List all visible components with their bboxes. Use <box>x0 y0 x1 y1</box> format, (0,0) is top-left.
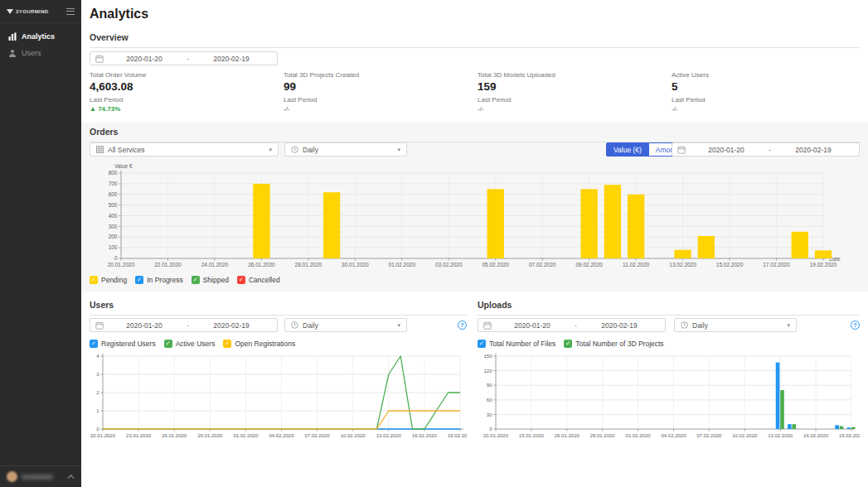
chevron-down-icon <box>397 147 400 153</box>
svg-text:3: 3 <box>96 372 99 377</box>
chevron-down-icon <box>269 147 272 153</box>
stat-total-order-volume: Total Order Volume 4,603.08 Last Period … <box>90 71 272 113</box>
uploads-legend: Total Number of Files Total Number of 3D… <box>478 340 664 348</box>
date-end: 2020-02-19 <box>773 146 854 154</box>
svg-text:03.02.2020: 03.02.2020 <box>435 262 463 268</box>
date-end: 2020-02-19 <box>191 321 272 330</box>
svg-text:500: 500 <box>109 202 118 208</box>
stat-active-users: Active Users 5 Last Period -/- <box>672 71 854 113</box>
svg-text:11.02.2020: 11.02.2020 <box>623 262 649 268</box>
users-chart: 0123420.01.202023.01.202026.01.202029.01… <box>90 350 467 442</box>
orders-section: Orders All Services Daily Value (€) Amou… <box>81 123 868 292</box>
uploads-heading: Uploads <box>478 300 860 316</box>
stat-value: 99 <box>284 80 466 93</box>
orders-chart: 010020030040050060070080020.01.202022.01… <box>90 162 860 273</box>
value-toggle-button[interactable]: Value (€) <box>606 142 649 157</box>
legend-checkbox-open-registrations[interactable]: Open Registrations <box>223 340 295 348</box>
svg-text:23.01.2020: 23.01.2020 <box>126 433 152 438</box>
avatar[interactable] <box>7 471 17 482</box>
svg-text:150: 150 <box>483 354 492 359</box>
svg-text:1: 1 <box>96 408 99 413</box>
svg-text:20.01.2020: 20.01.2020 <box>90 433 116 438</box>
svg-text:29.01.2020: 29.01.2020 <box>590 433 616 438</box>
sidebar-item-analytics[interactable]: Analytics <box>0 28 81 45</box>
uploads-section: Uploads 2020-01-20 - 2020-02-19 Daily <box>478 300 860 316</box>
svg-text:24.01.2020: 24.01.2020 <box>201 262 229 268</box>
svg-text:200: 200 <box>109 234 118 239</box>
uploads-interval-select[interactable]: Daily <box>674 318 797 332</box>
chevron-up-icon[interactable] <box>67 475 74 481</box>
svg-text:19.02.2020: 19.02.2020 <box>448 433 467 438</box>
date-separator: - <box>185 55 191 63</box>
users-heading: Users <box>90 300 467 316</box>
user-name-redacted <box>22 475 53 480</box>
legend-checkbox-in-progress[interactable]: In Progress <box>135 276 182 284</box>
orders-interval-select[interactable]: Daily <box>284 142 407 157</box>
svg-text:30.01.2020: 30.01.2020 <box>342 262 369 268</box>
uploads-date-range-input[interactable]: 2020-01-20 - 2020-02-19 <box>478 318 666 332</box>
calendar-icon <box>95 321 104 330</box>
stat-label: Active Users <box>672 71 854 79</box>
calendar-icon <box>677 146 686 154</box>
date-start: 2020-01-20 <box>104 321 185 330</box>
stat-value: 5 <box>672 80 854 93</box>
sidebar: 3YOURMIND Analytics Users <box>0 0 81 487</box>
uploads-chart: 030609012015020.01.202023.01.202026.01.2… <box>478 350 860 442</box>
svg-text:600: 600 <box>109 191 118 197</box>
legend-checkbox-cancelled[interactable]: Cancelled <box>237 276 280 284</box>
svg-text:4: 4 <box>96 354 99 359</box>
legend-checkbox-active-users[interactable]: Active Users <box>164 340 216 348</box>
info-icon[interactable] <box>458 321 467 330</box>
svg-text:22.01.2020: 22.01.2020 <box>154 262 182 268</box>
legend-checkbox-total-files[interactable]: Total Number of Files <box>478 340 555 348</box>
stat-change: ▲ 74.73% <box>90 105 272 113</box>
stat-label: Total 3D Projects Created <box>284 71 466 79</box>
sidebar-item-users[interactable]: Users <box>0 45 81 61</box>
stat-change: -/- <box>478 105 660 113</box>
chevron-down-icon <box>397 322 400 329</box>
svg-text:16.02.2020: 16.02.2020 <box>412 433 438 438</box>
stat-label: Total Order Volume <box>90 71 272 79</box>
legend-checkbox-pending[interactable]: Pending <box>90 276 127 284</box>
legend-label: Active Users <box>176 340 216 348</box>
svg-text:30: 30 <box>487 412 492 417</box>
svg-text:120: 120 <box>483 369 492 374</box>
orders-heading: Orders <box>90 127 860 142</box>
legend-checkbox-registered-users[interactable]: Registered Users <box>90 340 156 348</box>
sidebar-nav: Analytics Users <box>0 28 81 61</box>
svg-text:13.02.2020: 13.02.2020 <box>768 433 793 438</box>
sidebar-footer <box>0 465 81 487</box>
users-interval-value: Daily <box>303 321 318 330</box>
svg-text:15.02.2020: 15.02.2020 <box>716 262 744 268</box>
main-content: Analytics Overview 2020-01-20 - 2020-02-… <box>81 0 868 487</box>
svg-text:13.02.2020: 13.02.2020 <box>669 262 696 268</box>
info-icon[interactable] <box>851 321 860 330</box>
orders-interval-value: Daily <box>303 146 318 154</box>
chevron-down-icon <box>787 322 790 329</box>
svg-text:29.01.2020: 29.01.2020 <box>197 433 223 438</box>
overview-date-range-input[interactable]: 2020-01-20 - 2020-02-19 <box>90 51 278 65</box>
calendar-icon <box>95 55 104 63</box>
services-select[interactable]: All Services <box>90 142 279 157</box>
date-end: 2020-02-19 <box>579 321 660 330</box>
legend-label: Total Number of Files <box>489 340 555 348</box>
analytics-icon <box>8 32 17 41</box>
svg-text:09.02.2020: 09.02.2020 <box>575 262 603 268</box>
uploads-interval-value: Daily <box>692 321 708 330</box>
date-separator: - <box>573 321 579 330</box>
checkbox-checked-icon <box>90 276 98 284</box>
checkbox-checked-icon <box>564 340 572 348</box>
users-date-range-input[interactable]: 2020-01-20 - 2020-02-19 <box>90 318 278 332</box>
legend-label: Total Number of 3D Projects <box>575 340 663 348</box>
users-interval-select[interactable]: Daily <box>284 318 407 332</box>
checkbox-checked-icon <box>237 276 245 284</box>
svg-text:16.02.2020: 16.02.2020 <box>803 433 829 438</box>
legend-checkbox-shipped[interactable]: Shipped <box>192 276 229 284</box>
legend-checkbox-total-3d-projects[interactable]: Total Number of 3D Projects <box>564 340 663 348</box>
svg-text:300: 300 <box>109 224 118 229</box>
hamburger-icon[interactable] <box>66 8 75 15</box>
svg-text:01.02.2020: 01.02.2020 <box>626 433 652 438</box>
checkbox-checked-icon <box>135 276 143 284</box>
svg-text:04.02.2020: 04.02.2020 <box>269 433 294 438</box>
orders-date-range-input[interactable]: 2020-01-20 - 2020-02-19 <box>672 142 860 157</box>
